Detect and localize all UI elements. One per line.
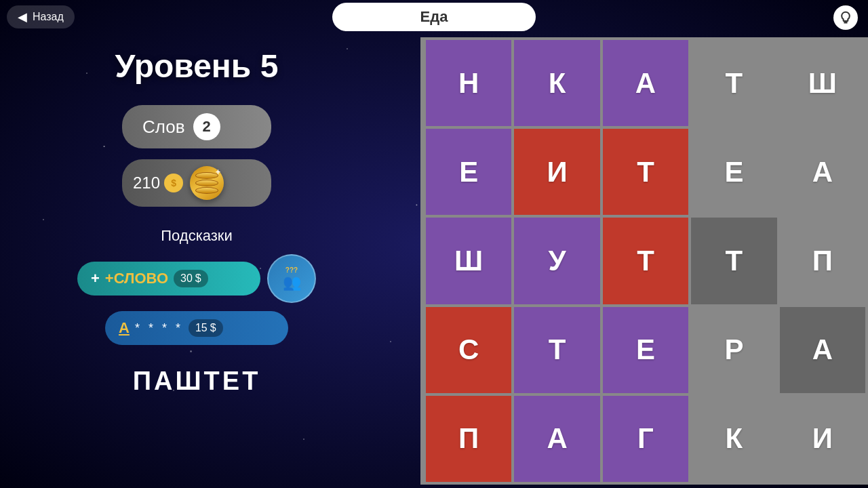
hint-word-label: +СЛОВО xyxy=(105,270,168,287)
grid-cell-0[interactable]: Н xyxy=(426,40,511,126)
hints-row-2: А * * * * 15 $ xyxy=(105,311,288,345)
grid-cell-23[interactable]: К xyxy=(691,396,776,482)
hint-word-cost-symbol: $ xyxy=(195,272,201,285)
grid-cell-12[interactable]: Т xyxy=(603,218,688,304)
grid-cell-15[interactable]: С xyxy=(426,307,511,393)
grid-cell-20[interactable]: П xyxy=(426,396,511,482)
back-label: Назад xyxy=(33,11,64,23)
words-badge: Слов 2 xyxy=(122,105,271,148)
coin-stack-icon xyxy=(195,172,218,194)
social-hint-questions: ??? xyxy=(285,266,298,274)
grid-cell-17[interactable]: Е xyxy=(603,307,688,393)
coins-amount: 210 $ xyxy=(133,174,183,192)
grid-cell-4[interactable]: Ш xyxy=(780,40,865,126)
grid-cell-3[interactable]: Т xyxy=(691,40,776,126)
level-title: Уровень 5 xyxy=(115,47,279,85)
hint-icon-top[interactable] xyxy=(833,5,858,30)
topic-badge: Еда xyxy=(332,3,536,31)
hints-row-1: + +СЛОВО 30 $ ??? 👥 xyxy=(77,254,316,303)
top-bar: ◀ Назад Еда xyxy=(0,0,868,34)
people-icon: 👥 xyxy=(283,274,301,291)
grid-cell-11[interactable]: У xyxy=(514,218,599,304)
hint-letter-stars: * * * * xyxy=(135,321,183,336)
grid-cell-19[interactable]: А xyxy=(780,307,865,393)
hint-word-plus: + xyxy=(91,270,100,287)
topic-text: Еда xyxy=(420,8,448,25)
social-hint-button[interactable]: ??? 👥 xyxy=(267,254,316,303)
hint-letter-cost-symbol: $ xyxy=(210,322,216,334)
coin-icon: $ xyxy=(164,174,183,192)
grid-cell-7[interactable]: Т xyxy=(603,129,688,215)
hint-word-cost: 30 $ xyxy=(174,270,208,287)
coins-value: 210 xyxy=(133,174,160,192)
grid-cell-9[interactable]: А xyxy=(780,129,865,215)
grid-cell-5[interactable]: Е xyxy=(426,129,511,215)
grid-cell-13[interactable]: Т xyxy=(691,218,776,304)
back-button[interactable]: ◀ Назад xyxy=(7,5,75,28)
hint-letter-a: А xyxy=(119,319,130,337)
left-panel: Уровень 5 Слов 2 210 $ Подсказки + +СЛОВ… xyxy=(0,34,393,488)
grid-cell-8[interactable]: Е xyxy=(691,129,776,215)
hint-letter-cost: 15 $ xyxy=(189,319,223,337)
game-grid: НКАТШЕИТЕАШУТТПСТЕРАПАГКИ xyxy=(420,37,868,485)
hint-letter-cost-value: 15 xyxy=(195,322,208,334)
grid-cell-6[interactable]: И xyxy=(514,129,599,215)
grid-cell-22[interactable]: Г xyxy=(603,396,688,482)
add-coins-button[interactable] xyxy=(190,166,224,200)
grid-cell-18[interactable]: Р xyxy=(691,307,776,393)
hint-word-cost-value: 30 xyxy=(180,272,193,285)
coins-badge: 210 $ xyxy=(122,159,271,207)
grid-cell-24[interactable]: И xyxy=(780,396,865,482)
grid-cell-1[interactable]: К xyxy=(514,40,599,126)
back-arrow-icon: ◀ xyxy=(18,9,27,24)
grid-cell-14[interactable]: П xyxy=(780,218,865,304)
current-word: ПАШТЕТ xyxy=(133,367,261,396)
grid-cell-21[interactable]: А xyxy=(514,396,599,482)
words-count: 2 xyxy=(193,113,220,140)
words-label: Слов xyxy=(142,117,185,138)
hint-word-button[interactable]: + +СЛОВО 30 $ xyxy=(77,262,260,296)
grid-cell-2[interactable]: А xyxy=(603,40,688,126)
hint-letter-button[interactable]: А * * * * 15 $ xyxy=(105,311,288,345)
grid-cell-10[interactable]: Ш xyxy=(426,218,511,304)
grid-cell-16[interactable]: Т xyxy=(514,307,599,393)
hints-section: Подсказки + +СЛОВО 30 $ ??? 👥 А * * * * … xyxy=(0,227,393,396)
hints-label: Подсказки xyxy=(161,227,233,245)
